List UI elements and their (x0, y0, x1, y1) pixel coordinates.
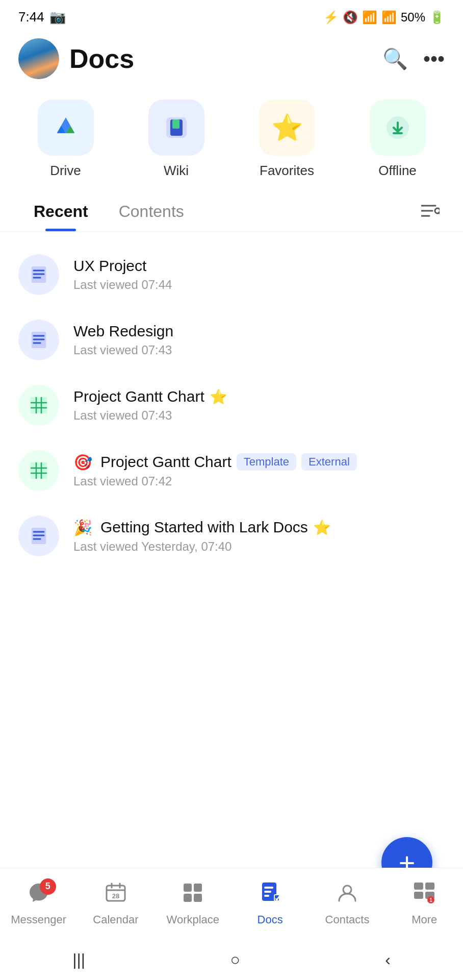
file-type-icon (18, 450, 59, 491)
nav-messenger-label: Messenger (11, 913, 66, 926)
nav-more[interactable]: 1 More (386, 881, 463, 926)
file-name: Project Gantt Chart ⭐ (73, 388, 445, 405)
avatar[interactable] (18, 38, 59, 79)
offline-shortcut[interactable]: Offline (370, 100, 426, 179)
workplace-icon (182, 881, 204, 909)
app-header: Docs 🔍 ••• (0, 30, 463, 89)
svg-rect-47 (264, 895, 269, 897)
more-icon: 1 (413, 881, 435, 909)
svg-rect-51 (425, 883, 434, 890)
svg-rect-46 (264, 891, 271, 893)
bluetooth-icon: ⚡ (323, 10, 339, 24)
calendar-icon: 28 (105, 881, 127, 909)
list-item[interactable]: Project Gantt Chart ⭐ Last viewed 07:43 (0, 373, 463, 438)
external-badge: External (301, 453, 357, 471)
svg-rect-7 (393, 132, 403, 134)
svg-rect-26 (31, 462, 47, 479)
nav-more-label: More (411, 913, 437, 926)
svg-rect-5 (172, 119, 179, 129)
tab-recent[interactable]: Recent (18, 194, 104, 231)
file-info: Project Gantt Chart ⭐ Last viewed 07:43 (73, 388, 445, 423)
nav-docs-label: Docs (258, 913, 283, 926)
list-item[interactable]: 🎯 Project Gantt Chart Template External … (0, 438, 463, 503)
file-name: 🎯 Project Gantt Chart Template External (73, 453, 445, 471)
file-info: 🎯 Project Gantt Chart Template External … (73, 453, 445, 488)
svg-text:1: 1 (430, 897, 433, 903)
battery-icon: 🔋 (429, 10, 445, 24)
quick-access-section: Drive Wiki ⭐ Favorites Offline (0, 89, 463, 194)
file-type-icon (18, 385, 59, 426)
drive-shortcut[interactable]: Drive (38, 100, 94, 179)
android-navigation-bar: ||| ○ ‹ (0, 939, 463, 980)
file-time: Last viewed 07:43 (73, 343, 445, 357)
contacts-icon (336, 881, 358, 909)
signal-icon: 📶 (381, 10, 397, 24)
tabs-bar: Recent Contents (0, 194, 463, 232)
svg-rect-40 (184, 884, 192, 892)
file-name: UX Project (73, 257, 445, 275)
svg-rect-43 (194, 894, 202, 902)
android-recent-button[interactable]: ||| (57, 945, 100, 974)
svg-text:28: 28 (112, 892, 119, 900)
nav-contacts[interactable]: Contacts (308, 881, 385, 926)
offline-label: Offline (378, 163, 417, 179)
file-time: Last viewed Yesterday, 07:40 (73, 540, 445, 554)
file-type-icon (18, 516, 59, 556)
nav-messenger[interactable]: 5 Messenger (0, 881, 77, 926)
more-options-button[interactable]: ••• (423, 47, 445, 70)
nav-workplace-label: Workplace (167, 913, 220, 926)
nav-calendar-label: Calendar (93, 913, 138, 926)
nav-workplace[interactable]: Workplace (155, 881, 232, 926)
star-icon: ⭐ (313, 519, 331, 536)
list-item[interactable]: Web Redesign Last viewed 07:43 (0, 307, 463, 373)
star-icon: ⭐ (210, 388, 227, 405)
recent-list: UX Project Last viewed 07:44 Web Redesig… (0, 237, 463, 574)
offline-icon (370, 100, 426, 156)
wiki-shortcut[interactable]: Wiki (148, 100, 204, 179)
mute-icon: 🔇 (343, 10, 358, 24)
template-badge: Template (237, 453, 296, 471)
list-item[interactable]: 🎉 Getting Started with Lark Docs ⭐ Last … (0, 503, 463, 569)
favorites-label: Favorites (260, 163, 314, 179)
file-emoji: 🎯 (73, 453, 92, 471)
file-type-icon (18, 254, 59, 295)
svg-rect-41 (194, 884, 202, 892)
messenger-badge: 5 (40, 878, 56, 895)
nav-calendar[interactable]: 28 Calendar (77, 881, 154, 926)
file-time: Last viewed 07:43 (73, 408, 445, 423)
search-button[interactable]: 🔍 (382, 47, 408, 71)
status-time: 7:44 (18, 9, 44, 25)
file-name: 🎉 Getting Started with Lark Docs ⭐ (73, 519, 445, 536)
wifi-icon: 📶 (362, 10, 377, 24)
file-time: Last viewed 07:42 (73, 474, 445, 488)
file-name: Web Redesign (73, 323, 445, 340)
file-time: Last viewed 07:44 (73, 278, 445, 292)
wiki-label: Wiki (164, 163, 189, 179)
sort-filter-button[interactable] (416, 198, 445, 228)
svg-rect-45 (264, 887, 273, 889)
favorites-shortcut[interactable]: ⭐ Favorites (259, 100, 315, 179)
docs-icon (259, 881, 281, 909)
android-home-button[interactable]: ○ (215, 945, 255, 974)
drive-label: Drive (50, 163, 81, 179)
drive-icon (38, 100, 94, 156)
camera-icon: 📷 (49, 9, 66, 25)
file-emoji: 🎉 (73, 519, 92, 536)
tab-contents[interactable]: Contents (104, 194, 199, 231)
file-type-icon (18, 320, 59, 360)
svg-rect-50 (414, 883, 423, 890)
file-info: UX Project Last viewed 07:44 (73, 257, 445, 292)
app-title: Docs (69, 43, 134, 74)
svg-rect-42 (184, 894, 192, 902)
file-info: Web Redesign Last viewed 07:43 (73, 323, 445, 357)
list-item[interactable]: UX Project Last viewed 07:44 (0, 242, 463, 307)
android-back-button[interactable]: ‹ (370, 945, 406, 974)
file-info: 🎉 Getting Started with Lark Docs ⭐ Last … (73, 519, 445, 554)
battery-text: 50% (401, 10, 425, 24)
status-bar: 7:44 📷 ⚡ 🔇 📶 📶 50% 🔋 (0, 0, 463, 30)
svg-point-49 (343, 886, 351, 894)
bottom-navigation: 5 Messenger 28 Calendar (0, 868, 463, 939)
wiki-icon (148, 100, 204, 156)
svg-rect-21 (31, 397, 47, 413)
nav-docs[interactable]: Docs (232, 881, 308, 926)
